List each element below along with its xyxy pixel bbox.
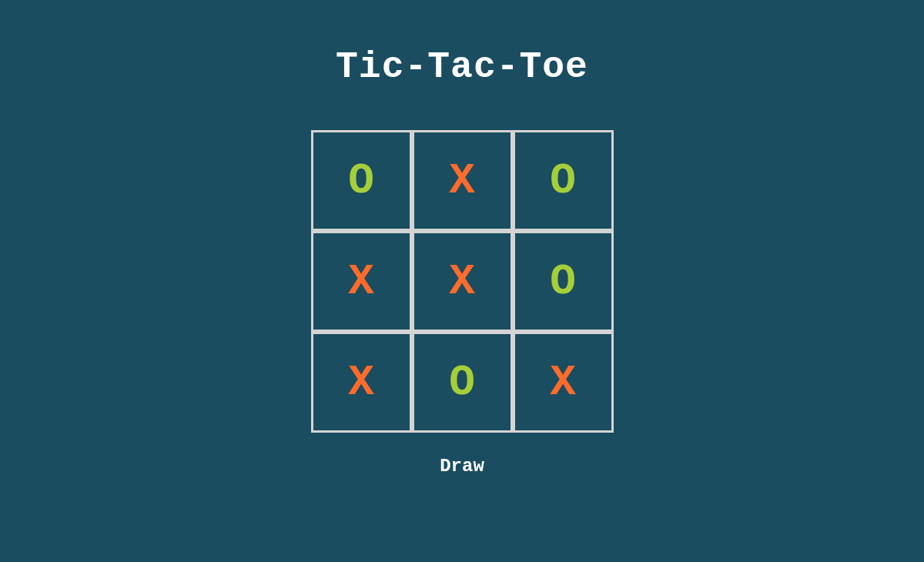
cell-1[interactable]: X	[414, 132, 511, 229]
cell-7[interactable]: O	[414, 334, 511, 430]
cell-6[interactable]: X	[313, 334, 410, 430]
game-board: O X O X X O X O X	[311, 130, 614, 433]
cell-0[interactable]: O	[313, 132, 410, 229]
cell-3[interactable]: X	[313, 233, 410, 330]
cell-4[interactable]: X	[414, 233, 511, 330]
cell-5[interactable]: O	[515, 233, 611, 330]
cell-8[interactable]: X	[515, 334, 611, 430]
game-status: Draw	[440, 456, 484, 477]
cell-2[interactable]: O	[515, 132, 611, 229]
game-title: Tic-Tac-Toe	[336, 46, 588, 88]
